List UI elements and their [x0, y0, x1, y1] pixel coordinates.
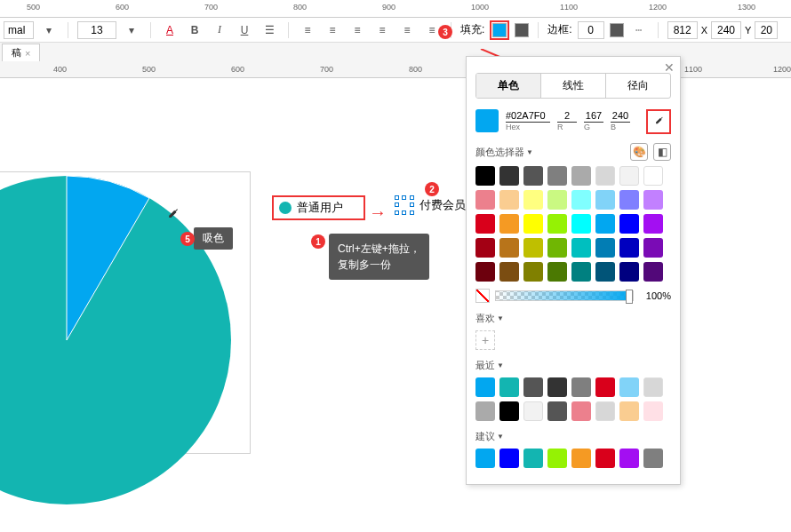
color-swatch[interactable] [643, 401, 663, 421]
color-swatch[interactable] [643, 262, 663, 282]
b-input[interactable] [611, 109, 630, 123]
tab-linear[interactable]: 线性 [541, 74, 606, 98]
swatch-icon[interactable]: ◧ [653, 143, 671, 161]
color-swatch[interactable] [547, 401, 567, 421]
color-swatch[interactable] [595, 238, 615, 258]
document-tab[interactable]: 稿 × [2, 44, 40, 61]
color-swatch[interactable] [547, 214, 567, 234]
color-swatch[interactable] [595, 214, 615, 234]
color-swatch[interactable] [643, 377, 663, 397]
color-swatch[interactable] [619, 377, 639, 397]
color-swatch[interactable] [547, 238, 567, 258]
color-swatch[interactable] [523, 238, 543, 258]
palette-icon[interactable]: 🎨 [630, 143, 648, 161]
color-swatch[interactable] [595, 190, 615, 210]
color-swatch[interactable] [523, 166, 543, 186]
legend-item-1[interactable]: 普通用户 [272, 195, 365, 220]
color-swatch[interactable] [571, 190, 591, 210]
fill-color-swatch[interactable] [492, 23, 507, 37]
color-swatch[interactable] [475, 214, 495, 234]
close-icon[interactable]: × [25, 48, 30, 59]
pos-w-input[interactable] [755, 21, 778, 39]
selection-handles[interactable] [395, 195, 414, 215]
color-swatch[interactable] [475, 377, 495, 397]
color-swatch[interactable] [619, 238, 639, 258]
color-swatch[interactable] [595, 449, 615, 468]
color-swatch[interactable] [595, 401, 615, 421]
color-swatch[interactable] [571, 401, 591, 421]
color-swatch[interactable] [547, 190, 567, 210]
stroke-style-button[interactable]: ┄ [629, 20, 649, 40]
tab-radial[interactable]: 径向 [606, 74, 670, 98]
color-swatch[interactable] [523, 449, 543, 468]
list-button[interactable]: ☰ [260, 20, 279, 40]
color-swatch[interactable] [595, 377, 615, 397]
stroke-width-input[interactable] [578, 21, 604, 39]
pie-wedge[interactable] [0, 176, 231, 504]
color-swatch[interactable] [475, 166, 495, 186]
color-swatch[interactable] [475, 449, 495, 468]
color-swatch[interactable] [619, 166, 639, 186]
align-center-button[interactable]: ≡ [323, 20, 342, 40]
color-swatch[interactable] [547, 449, 567, 468]
color-swatch[interactable] [643, 214, 663, 234]
color-swatch[interactable] [523, 214, 543, 234]
color-swatch[interactable] [475, 401, 495, 421]
color-swatch[interactable] [643, 238, 663, 258]
pos-y-input[interactable] [711, 21, 741, 39]
color-swatch[interactable] [499, 190, 519, 210]
pos-x-input[interactable] [667, 21, 698, 39]
color-swatch[interactable] [619, 449, 639, 468]
color-swatch[interactable] [643, 190, 663, 210]
color-swatch[interactable] [523, 262, 543, 282]
legend-item-2[interactable]: 付费会员 [395, 195, 466, 215]
color-swatch[interactable] [475, 262, 495, 282]
color-swatch[interactable] [595, 262, 615, 282]
color-swatch[interactable] [571, 166, 591, 186]
color-swatch[interactable] [643, 449, 663, 468]
add-favorite-button[interactable]: + [475, 330, 495, 350]
color-swatch[interactable] [499, 238, 519, 258]
tab-solid[interactable]: 单色 [476, 74, 541, 98]
color-swatch[interactable] [571, 238, 591, 258]
color-swatch[interactable] [499, 449, 519, 468]
no-color-button[interactable] [475, 289, 490, 303]
align-left-button[interactable]: ≡ [298, 20, 317, 40]
hex-input[interactable] [506, 109, 550, 123]
valign-top-button[interactable]: ≡ [372, 20, 392, 40]
color-swatch[interactable] [619, 401, 639, 421]
color-swatch[interactable] [619, 190, 639, 210]
color-swatch[interactable] [547, 377, 567, 397]
stroke-color-swatch[interactable] [610, 23, 624, 37]
color-swatch[interactable] [499, 214, 519, 234]
color-swatch[interactable] [523, 190, 543, 210]
color-swatch[interactable] [619, 262, 639, 282]
color-swatch[interactable] [499, 262, 519, 282]
color-swatch[interactable] [499, 377, 519, 397]
color-swatch[interactable] [547, 262, 567, 282]
color-swatch[interactable] [523, 401, 543, 421]
color-swatch[interactable] [595, 166, 615, 186]
color-swatch[interactable] [547, 166, 567, 186]
color-swatch[interactable] [571, 214, 591, 234]
fill-shadow-swatch[interactable] [515, 23, 529, 37]
underline-button[interactable]: U [235, 20, 254, 40]
color-swatch[interactable] [523, 377, 543, 397]
valign-middle-button[interactable]: ≡ [397, 20, 417, 40]
color-swatch[interactable] [475, 238, 495, 258]
g-input[interactable] [584, 109, 603, 123]
chevron-down-icon[interactable]: ▾ [39, 20, 59, 40]
eyedropper-button[interactable] [646, 109, 671, 134]
color-swatch[interactable] [571, 377, 591, 397]
italic-button[interactable]: I [210, 20, 229, 40]
color-swatch[interactable] [571, 262, 591, 282]
color-swatch[interactable] [643, 166, 663, 186]
color-swatch[interactable] [499, 166, 519, 186]
align-right-button[interactable]: ≡ [348, 20, 367, 40]
r-input[interactable] [557, 109, 577, 123]
close-icon[interactable]: ✕ [664, 60, 675, 75]
text-color-button[interactable]: A [160, 20, 180, 40]
chevron-down-icon[interactable]: ▾ [122, 20, 141, 40]
bold-button[interactable]: B [185, 20, 204, 40]
color-swatch[interactable] [619, 214, 639, 234]
